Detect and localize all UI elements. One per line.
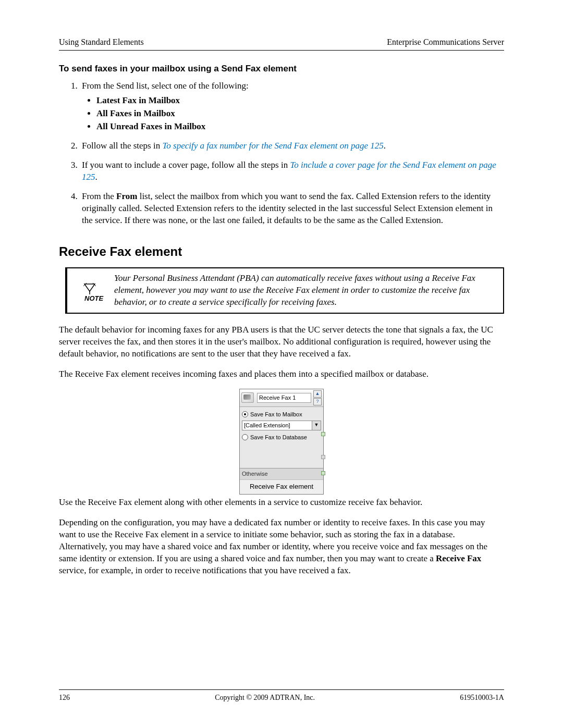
receive-p2: The Receive Fax element receives incomin…	[59, 368, 504, 380]
mailbox-combo[interactable]: [Called Extension] ▼	[242, 421, 321, 430]
footer-right: 619510003-1A	[460, 693, 504, 703]
help-button[interactable]: ?	[313, 398, 322, 405]
output-handle-1[interactable]	[321, 432, 325, 436]
fax-icon	[241, 392, 254, 403]
note-icon: NOTE	[72, 273, 114, 303]
step-4: From the From list, select the mailbox f…	[80, 191, 504, 227]
step2-suffix: .	[384, 141, 386, 151]
bullet-2: All Faxes in Mailbox	[96, 108, 504, 120]
step4-a: From the	[82, 191, 116, 201]
step-2: Follow all the steps in To specify a fax…	[80, 140, 504, 152]
section-lead: To send faxes in your mailbox using a Se…	[59, 63, 504, 75]
note-box: NOTE Your Personal Business Attendant (P…	[65, 267, 504, 314]
radio-database-label: Save Fax to Database	[250, 434, 307, 441]
step4-b: list, select the mailbox from which you …	[82, 191, 493, 225]
note-text: Your Personal Business Attendant (PBA) c…	[114, 273, 498, 309]
ordered-list: From the Send list, select one of the fo…	[59, 80, 504, 227]
header-right: Enterprise Communications Server	[387, 36, 504, 48]
otherwise-label: Otherwise	[242, 471, 268, 477]
bullet-1: Latest Fax in Mailbox	[96, 95, 504, 107]
step3-prefix: If you want to include a cover page, fol…	[82, 160, 290, 170]
p4-bold: Receive Fax	[436, 553, 481, 563]
step-3: If you want to include a cover page, fol…	[80, 159, 504, 183]
svg-text:NOTE: NOTE	[84, 294, 103, 302]
header-rule	[59, 50, 504, 51]
step-1: From the Send list, select one of the fo…	[80, 80, 504, 133]
step1-text: From the Send list, select one of the fo…	[82, 81, 249, 91]
p4-b: service, for example, in order to receiv…	[59, 565, 351, 575]
element-title-input[interactable]: Receive Fax 1	[257, 393, 311, 403]
step3-suffix: .	[95, 172, 97, 182]
figure-caption: Receive Fax element	[240, 479, 323, 495]
receive-p4: Depending on the configuration, you may …	[59, 517, 504, 577]
bullet-list: Latest Fax in Mailbox All Faxes in Mailb…	[82, 95, 504, 133]
pencil-note-icon: NOTE	[81, 282, 105, 303]
output-handle-2[interactable]	[321, 455, 325, 459]
svg-marker-0	[84, 284, 95, 291]
bullet-3: All Unread Faxes in Mailbox	[96, 121, 504, 133]
radio-selected-icon	[242, 411, 248, 417]
otherwise-row: Otherwise	[240, 468, 323, 479]
page: Using Standard Elements Enterprise Commu…	[0, 0, 563, 728]
footer-center: Copyright © 2009 ADTRAN, Inc.	[215, 693, 315, 703]
header-left: Using Standard Elements	[59, 36, 144, 48]
radio-save-database[interactable]: Save Fax to Database	[242, 434, 321, 441]
titlebar-buttons: ▲ ?	[313, 390, 322, 405]
step2-prefix: Follow all the steps in	[82, 141, 162, 151]
footer-rule	[59, 689, 504, 690]
combo-value: [Called Extension]	[242, 421, 312, 430]
footer-page: 126	[59, 693, 70, 703]
receive-p3: Use the Receive Fax element along with o…	[59, 497, 504, 509]
receive-p1: The default behavior for incoming faxes …	[59, 324, 504, 360]
step4-bold: From	[116, 191, 137, 201]
receive-fax-heading: Receive Fax element	[59, 243, 504, 260]
xref-specify-fax[interactable]: To specify a fax number for the Send Fax…	[162, 141, 383, 151]
radio-unselected-icon	[242, 434, 248, 440]
running-footer: 126 Copyright © 2009 ADTRAN, Inc. 619510…	[59, 689, 504, 703]
p4-a: Depending on the configuration, you may …	[59, 517, 487, 563]
element-body: Save Fax to Mailbox [Called Extension] ▼…	[240, 407, 323, 468]
element-titlebar: Receive Fax 1 ▲ ?	[240, 389, 323, 407]
output-handle-otherwise[interactable]	[321, 471, 325, 475]
chevron-down-icon: ▼	[312, 421, 321, 430]
radio-mailbox-label: Save Fax to Mailbox	[250, 411, 302, 418]
connector-icon[interactable]: ▲	[313, 390, 322, 398]
receive-fax-element-figure: Receive Fax 1 ▲ ? Save Fax to Mailbox [C…	[239, 389, 324, 495]
running-header: Using Standard Elements Enterprise Commu…	[59, 36, 504, 48]
radio-save-mailbox[interactable]: Save Fax to Mailbox	[242, 411, 321, 418]
